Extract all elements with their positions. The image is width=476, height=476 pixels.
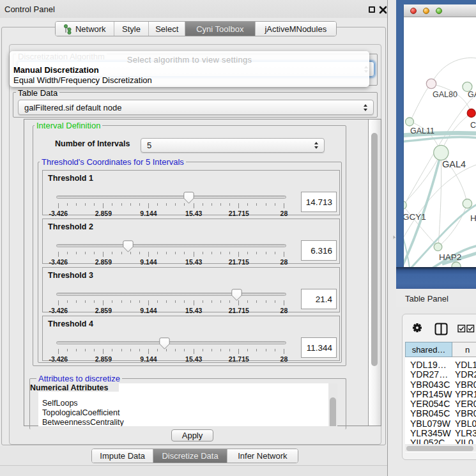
svg-text:C: C bbox=[470, 121, 476, 130]
svg-text:GAL80: GAL80 bbox=[433, 90, 457, 99]
svg-text:GAL11: GAL11 bbox=[410, 127, 434, 135]
svg-text:HAP2: HAP2 bbox=[439, 252, 461, 262]
svg-text:GA: GA bbox=[468, 90, 476, 99]
svg-text:H: H bbox=[470, 213, 476, 223]
svg-text:GCY1: GCY1 bbox=[404, 212, 426, 222]
svg-text:GAL4: GAL4 bbox=[442, 159, 466, 169]
